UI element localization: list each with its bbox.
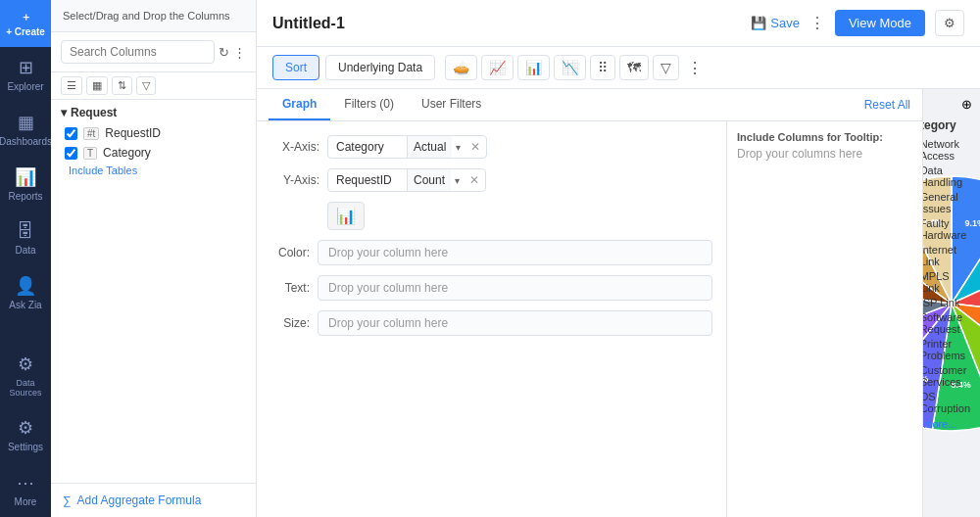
- sidebar-item-data[interactable]: 🗄 Data: [0, 212, 51, 265]
- sort-button[interactable]: Sort: [272, 55, 319, 80]
- line-chart-button[interactable]: 📈: [481, 55, 514, 80]
- text-drop-field[interactable]: Drop your column here: [318, 275, 712, 301]
- yaxis-value: RequestID: [328, 169, 407, 191]
- map-chart-button[interactable]: 🗺: [619, 55, 649, 80]
- category-type-badge: T: [83, 147, 97, 160]
- axis-config-section: X-Axis: Category Actual ▾ ✕ Y-Axis: Requ…: [257, 121, 726, 517]
- yaxis-field: RequestID Count ▾ ✕: [327, 168, 486, 192]
- page-title: Untitled-1: [272, 15, 741, 32]
- plus-icon: ＋: [21, 10, 31, 24]
- main-content: Untitled-1 💾 Save ⋮ View Mode ⚙ Sort Und…: [257, 0, 980, 517]
- category-checkbox[interactable]: [65, 147, 77, 160]
- sidebar-item-dashboards[interactable]: ▦ Dashboards: [0, 102, 51, 157]
- add-aggregate-text: Add Aggregate Formula: [77, 494, 202, 507]
- toolbar-more-icon[interactable]: ⋮: [687, 59, 703, 77]
- pie-chart-button[interactable]: 🥧: [445, 55, 477, 80]
- legend-label: Network Access: [923, 138, 970, 162]
- data-sources-label: Data Sources: [4, 378, 47, 398]
- data-icon: 🗄: [17, 221, 34, 242]
- legend-label: Faulty Hardware: [923, 217, 970, 241]
- sidebar-item-ask-zia[interactable]: 👤 Ask Zia: [0, 265, 51, 320]
- legend-label: Printer Problems: [923, 338, 970, 361]
- table-view-button[interactable]: ☰: [61, 76, 82, 95]
- size-row: Size: Drop your column here: [270, 310, 712, 336]
- bar-chart-button[interactable]: 📊: [517, 55, 550, 80]
- legend-label: Software Request: [923, 311, 970, 335]
- save-button[interactable]: 💾 Save: [751, 16, 800, 30]
- tooltip-config: Include Columns for Tooltip: Drop your c…: [726, 121, 922, 517]
- funnel-chart-button[interactable]: ▽: [653, 55, 679, 80]
- legend-item: Data Handling: [923, 164, 970, 188]
- yaxis-agg[interactable]: Count: [407, 169, 451, 191]
- tab-filters[interactable]: Filters (0): [330, 89, 408, 120]
- sidebar-item-explorer[interactable]: ⊞ Explorer: [0, 47, 51, 102]
- color-placeholder: Drop your column here: [328, 246, 448, 259]
- config-panel: Graph Filters (0) User Filters Reset All…: [257, 89, 923, 517]
- reports-label: Reports: [8, 191, 42, 202]
- legend-item: Internet Link: [923, 244, 970, 267]
- column-requestid: #t RequestID: [61, 123, 246, 143]
- sidebar-item-more[interactable]: ⋯ More: [0, 462, 51, 517]
- tooltip-drop-area[interactable]: Drop your columns here: [737, 147, 912, 206]
- reset-all-button[interactable]: Reset All: [864, 89, 910, 120]
- legend-item: Faulty Hardware: [923, 217, 970, 241]
- text-label: Text:: [270, 281, 310, 295]
- tab-graph[interactable]: Graph: [269, 89, 330, 120]
- left-navigation: ＋ + Create ⊞ Explorer ▦ Dashboards 📊 Rep…: [0, 0, 51, 517]
- dashboards-icon: ▦: [18, 112, 34, 133]
- view-mode-button[interactable]: View Mode: [835, 10, 925, 36]
- legend-title: Category: [923, 118, 970, 132]
- legend-more[interactable]: + 1 more...: [923, 418, 970, 430]
- tab-user-filters[interactable]: User Filters: [408, 89, 495, 120]
- main-header: Untitled-1 💾 Save ⋮ View Mode ⚙: [257, 0, 980, 47]
- color-row: Color: Drop your column here: [270, 240, 712, 265]
- legend-item: General Issues: [923, 191, 970, 214]
- xaxis-dropdown-icon[interactable]: ▾: [452, 138, 465, 157]
- tooltip-title: Include Columns for Tooltip:: [737, 131, 912, 143]
- yaxis-dropdown-icon[interactable]: ▾: [451, 171, 464, 190]
- data-label: Data: [15, 245, 35, 256]
- add-aggregate-formula[interactable]: ∑ Add Aggregate Formula: [51, 483, 256, 517]
- save-icon: 💾: [751, 16, 766, 30]
- config-tabs: Graph Filters (0) User Filters Reset All: [257, 89, 922, 121]
- yaxis-close-icon[interactable]: ✕: [464, 169, 485, 191]
- more-label: More: [15, 496, 37, 507]
- section-title[interactable]: ▾ Request: [61, 106, 246, 119]
- requestid-checkbox[interactable]: [65, 127, 77, 140]
- dashboards-label: Dashboards: [0, 136, 52, 147]
- size-drop-field[interactable]: Drop your column here: [318, 310, 712, 336]
- explorer-icon: ⊞: [19, 57, 33, 78]
- sort-toggle-button[interactable]: ⇅: [112, 76, 132, 95]
- xaxis-close-icon[interactable]: ✕: [465, 136, 486, 158]
- include-tables-link[interactable]: Include Tables: [61, 163, 246, 178]
- grid-icon[interactable]: ⋮: [233, 45, 246, 60]
- graph-config: X-Axis: Category Actual ▾ ✕ Y-Axis: Requ…: [257, 121, 922, 517]
- requestid-type-badge: #t: [83, 127, 99, 140]
- refresh-icon[interactable]: ↻: [219, 45, 229, 60]
- create-button[interactable]: ＋ + Create: [0, 0, 51, 47]
- search-input[interactable]: [61, 40, 215, 64]
- settings-label: Settings: [8, 442, 43, 452]
- size-label: Size:: [270, 316, 310, 330]
- chart-type-selector[interactable]: 📊: [327, 202, 365, 230]
- underlying-data-button[interactable]: Underlying Data: [325, 55, 435, 80]
- list-view-button[interactable]: ▦: [86, 76, 108, 95]
- data-sources-icon: ⚙: [18, 353, 33, 375]
- chart-type-row: 📊: [270, 202, 712, 230]
- gear-button[interactable]: ⚙: [935, 10, 964, 36]
- columns-sidebar: Select/Drag and Drop the Columns ↻ ⋮ ☰ ▦…: [51, 0, 257, 517]
- sidebar-item-reports[interactable]: 📊 Reports: [0, 157, 51, 212]
- color-label: Color:: [270, 246, 310, 259]
- options-icon[interactable]: ⋮: [809, 14, 825, 32]
- filter-button[interactable]: ▽: [136, 76, 156, 95]
- sidebar-toolbar: ☰ ▦ ⇅ ▽: [51, 72, 256, 100]
- sidebar-header-text: Select/Drag and Drop the Columns: [63, 10, 230, 22]
- area-chart-button[interactable]: 📉: [554, 55, 586, 80]
- xaxis-agg[interactable]: Actual: [407, 136, 452, 158]
- request-section: ▾ Request #t RequestID T Category Includ…: [51, 100, 256, 184]
- scatter-chart-button[interactable]: ⠿: [590, 55, 615, 80]
- sidebar-item-data-sources[interactable]: ⚙ Data Sources: [0, 344, 51, 407]
- color-drop-field[interactable]: Drop your column here: [318, 240, 712, 265]
- xaxis-field: Category Actual ▾ ✕: [327, 135, 487, 159]
- sidebar-item-settings[interactable]: ⚙ Settings: [0, 407, 51, 462]
